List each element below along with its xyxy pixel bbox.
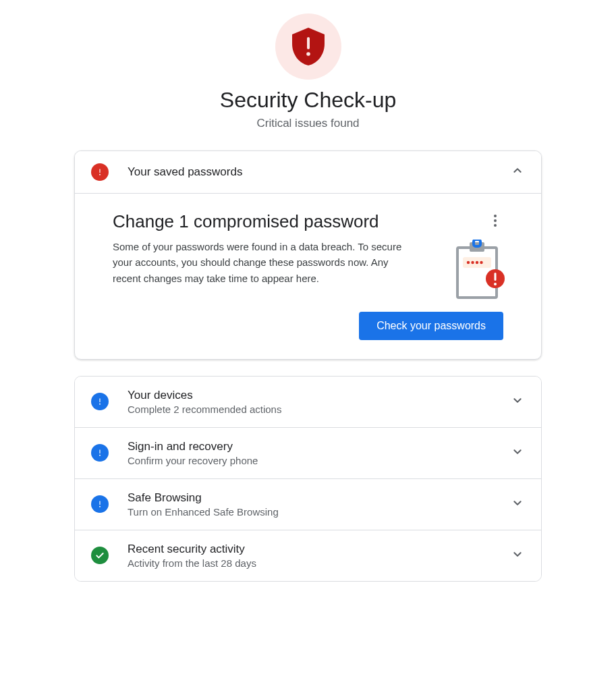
check-icon [91,547,109,564]
svg-point-1 [306,52,310,56]
recent-activity-section[interactable]: Recent security activity Activity from t… [75,530,541,581]
section-subtitle: Activity from the last 28 days [128,557,502,569]
section-subtitle: Confirm your recovery phone [128,455,502,466]
alert-icon [91,495,109,513]
svg-rect-17 [99,450,100,454]
saved-passwords-header[interactable]: Your saved passwords [75,151,541,193]
saved-passwords-title: Your saved passwords [128,165,502,179]
panel-description: Some of your passwords were found in a d… [113,239,403,286]
svg-point-20 [99,506,101,507]
page-subtitle: Critical issues found [74,117,542,130]
other-sections-card: Your devices Complete 2 recommended acti… [74,376,542,582]
check-passwords-button[interactable]: Check your passwords [359,312,503,340]
svg-rect-0 [307,37,310,49]
alert-icon [91,393,109,410]
chevron-up-icon [510,163,525,181]
svg-point-11 [480,261,482,264]
your-devices-section[interactable]: Your devices Complete 2 recommended acti… [75,377,541,427]
svg-point-10 [476,261,478,264]
section-title: Recent security activity [128,543,502,556]
signin-recovery-section[interactable]: Sign-in and recovery Confirm your recove… [75,427,541,478]
hero-icon-circle [275,13,341,80]
svg-point-9 [471,261,474,264]
panel-heading: Change 1 compromised password [113,211,503,232]
section-title: Safe Browsing [128,491,502,505]
more-options-button[interactable] [487,213,503,229]
shield-alert-icon [291,28,325,65]
svg-rect-15 [99,399,100,403]
svg-rect-2 [99,169,100,173]
svg-rect-13 [495,273,497,281]
section-subtitle: Turn on Enhanced Safe Browsing [128,506,502,518]
page-title: Security Check-up [74,88,542,113]
section-title: Sign-in and recovery [128,440,502,453]
section-subtitle: Complete 2 recommended actions [128,404,502,415]
svg-rect-19 [99,501,100,505]
svg-point-3 [99,174,101,175]
svg-point-14 [494,283,497,285]
svg-point-18 [99,455,101,456]
section-title: Your devices [128,389,502,402]
chevron-down-icon [510,444,525,462]
safe-browsing-section[interactable]: Safe Browsing Turn on Enhanced Safe Brow… [75,478,541,530]
chevron-down-icon [510,495,525,513]
saved-passwords-card: Your saved passwords Change 1 compromise… [74,150,542,360]
clipboard-illustration [453,240,506,306]
chevron-down-icon [510,393,525,410]
chevron-down-icon [510,547,525,564]
svg-point-8 [467,261,470,264]
alert-icon [91,163,109,181]
svg-point-16 [99,404,101,405]
alert-icon [91,444,109,462]
compromised-password-panel: Change 1 compromised password Some of yo… [75,193,541,359]
hero: Security Check-up Critical issues found [74,13,542,130]
